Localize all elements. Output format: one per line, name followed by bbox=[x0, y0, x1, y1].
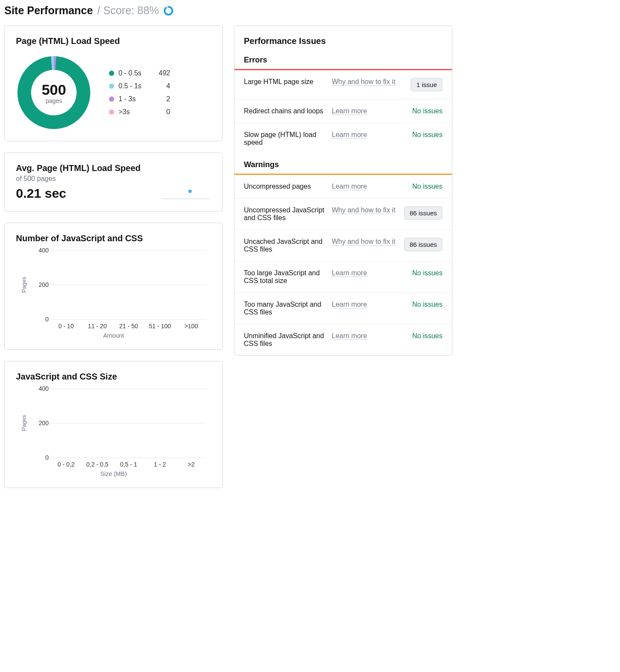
load-speed-donut: 500 pages bbox=[16, 55, 92, 131]
gridline bbox=[50, 457, 207, 458]
issue-name: Uncompressed JavaScript and CSS files bbox=[244, 206, 326, 222]
x-tick: 0 - 10 bbox=[50, 323, 82, 330]
issue-count-button[interactable]: 1 issue bbox=[411, 78, 442, 91]
y-tick: 400 bbox=[36, 385, 49, 392]
issue-row: Uncompressed pagesLearn moreNo issues bbox=[234, 175, 452, 199]
issue-help-link[interactable]: Learn more bbox=[332, 332, 396, 340]
legend-dot-icon bbox=[109, 84, 114, 89]
issue-name: Too many JavaScript and CSS files bbox=[244, 301, 326, 316]
issue-name: Large HTML page size bbox=[244, 78, 326, 86]
issue-row: Large HTML page sizeWhy and how to fix i… bbox=[234, 70, 452, 100]
legend-item: 0 - 0.5s492 bbox=[109, 69, 170, 77]
js-size-card: JavaScript and CSS Size Pages02004000 - … bbox=[4, 361, 223, 488]
warnings-list: Uncompressed pagesLearn moreNo issuesUnc… bbox=[234, 175, 452, 355]
x-tick: 1 - 2 bbox=[144, 461, 176, 468]
gridline bbox=[50, 319, 207, 320]
legend-value: 492 bbox=[153, 69, 170, 77]
legend-dot-icon bbox=[109, 109, 114, 115]
issue-name: Uncompressed pages bbox=[244, 183, 326, 190]
legend-item: 0.5 - 1s4 bbox=[109, 82, 170, 90]
x-axis-label: Size (MB) bbox=[16, 470, 211, 477]
issue-count-button[interactable]: 86 issues bbox=[404, 238, 442, 251]
x-tick: 0,2 - 0,5 bbox=[82, 461, 113, 468]
issue-row: Unminified JavaScript and CSS filesLearn… bbox=[234, 324, 452, 355]
no-issues-label: No issues bbox=[412, 269, 442, 277]
issue-count-button[interactable]: 86 issues bbox=[404, 206, 442, 220]
no-issues-label: No issues bbox=[412, 183, 442, 190]
legend-label: 1 - 3s bbox=[118, 95, 153, 103]
load-speed-card: Page (HTML) Load Speed 500 pages 0 - 0.5… bbox=[4, 25, 223, 141]
x-tick: 21 - 50 bbox=[113, 323, 144, 330]
progress-ring-icon bbox=[163, 6, 174, 16]
issue-row: Uncompressed JavaScript and CSS filesWhy… bbox=[234, 199, 452, 230]
issue-name: Redirect chains and loops bbox=[244, 107, 326, 115]
legend-item: >3s0 bbox=[109, 108, 170, 116]
legend-label: 0.5 - 1s bbox=[118, 82, 153, 90]
legend-label: >3s bbox=[118, 108, 153, 116]
issue-help-link[interactable]: Why and how to fix it bbox=[332, 238, 396, 246]
no-issues-label: No issues bbox=[412, 107, 442, 115]
issue-row: Uncached JavaScript and CSS filesWhy and… bbox=[234, 230, 452, 261]
issue-name: Uncached JavaScript and CSS files bbox=[244, 238, 326, 253]
x-tick: 0,5 - 1 bbox=[113, 461, 144, 468]
sparkline-point-icon bbox=[188, 190, 192, 193]
issue-help-link[interactable]: Learn more bbox=[332, 131, 396, 139]
svg-point-1 bbox=[165, 7, 172, 15]
legend-item: 1 - 3s2 bbox=[109, 95, 170, 103]
load-speed-legend: 0 - 0.5s4920.5 - 1s41 - 3s2>3s0 bbox=[109, 69, 170, 116]
no-issues-label: No issues bbox=[412, 332, 442, 340]
issue-help-link[interactable]: Learn more bbox=[332, 107, 396, 115]
issue-name: Unminified JavaScript and CSS files bbox=[244, 332, 326, 348]
issue-row: Slow page (HTML) load speedLearn moreNo … bbox=[234, 123, 452, 154]
legend-value: 4 bbox=[153, 82, 170, 90]
issue-help-link[interactable]: Learn more bbox=[332, 301, 396, 308]
y-tick: 200 bbox=[36, 420, 49, 426]
issue-help-link[interactable]: Learn more bbox=[332, 269, 396, 277]
y-tick: 200 bbox=[36, 281, 49, 288]
legend-label: 0 - 0.5s bbox=[118, 69, 153, 77]
avg-load-value: 0.21 sec bbox=[16, 186, 140, 201]
x-tick: 51 - 100 bbox=[144, 323, 176, 330]
js-count-title: Number of JavaScript and CSS bbox=[16, 233, 211, 243]
x-tick: 11 - 20 bbox=[82, 323, 113, 330]
avg-load-title: Avg. Page (HTML) Load Speed bbox=[16, 163, 140, 173]
issue-row: Too many JavaScript and CSS filesLearn m… bbox=[234, 293, 452, 324]
legend-value: 2 bbox=[153, 95, 170, 103]
js-size-title: JavaScript and CSS Size bbox=[16, 372, 211, 382]
y-axis-label: Pages bbox=[21, 277, 27, 293]
legend-dot-icon bbox=[109, 96, 114, 102]
no-issues-label: No issues bbox=[412, 301, 442, 308]
issue-help-link[interactable]: Why and how to fix it bbox=[332, 78, 396, 86]
issue-help-link[interactable]: Learn more bbox=[332, 183, 396, 190]
x-tick: >2 bbox=[175, 461, 207, 468]
page-header: Site Performance / Score: 88% bbox=[4, 4, 452, 17]
errors-heading: Errors bbox=[234, 50, 452, 70]
y-tick: 0 bbox=[36, 454, 49, 461]
js-size-chart: Pages02004000 - 0,20,2 - 0,50,5 - 11 - 2… bbox=[16, 389, 211, 477]
load-speed-title: Page (HTML) Load Speed bbox=[16, 36, 211, 46]
issue-row: Redirect chains and loopsLearn moreNo is… bbox=[234, 100, 452, 123]
avg-sparkline bbox=[162, 187, 209, 199]
avg-load-card: Avg. Page (HTML) Load Speed of 500 pages… bbox=[4, 152, 223, 212]
x-tick: 0 - 0,2 bbox=[50, 461, 82, 468]
y-tick: 0 bbox=[36, 316, 49, 323]
page-title: Site Performance bbox=[4, 4, 93, 17]
no-issues-label: No issues bbox=[412, 131, 442, 139]
y-tick: 400 bbox=[36, 247, 49, 254]
performance-issues-card: Performance Issues Errors Large HTML pag… bbox=[234, 25, 452, 356]
js-count-chart: Pages02004000 - 1011 - 2021 - 5051 - 100… bbox=[16, 250, 211, 339]
x-tick: >100 bbox=[175, 323, 207, 330]
score-text: / Score: 88% bbox=[97, 4, 159, 17]
y-axis-label: Pages bbox=[21, 415, 27, 431]
legend-value: 0 bbox=[153, 108, 170, 116]
errors-list: Large HTML page sizeWhy and how to fix i… bbox=[234, 70, 452, 154]
issue-name: Slow page (HTML) load speed bbox=[244, 131, 326, 146]
warnings-heading: Warnings bbox=[234, 154, 452, 175]
x-axis-label: Amount bbox=[16, 332, 211, 339]
issue-name: Too large JavaScript and CSS total size bbox=[244, 269, 326, 285]
avg-load-subtitle: of 500 pages bbox=[16, 175, 140, 183]
issue-row: Too large JavaScript and CSS total sizeL… bbox=[234, 261, 452, 293]
issue-help-link[interactable]: Why and how to fix it bbox=[332, 206, 396, 214]
legend-dot-icon bbox=[109, 71, 114, 76]
issues-title: Performance Issues bbox=[234, 26, 452, 50]
